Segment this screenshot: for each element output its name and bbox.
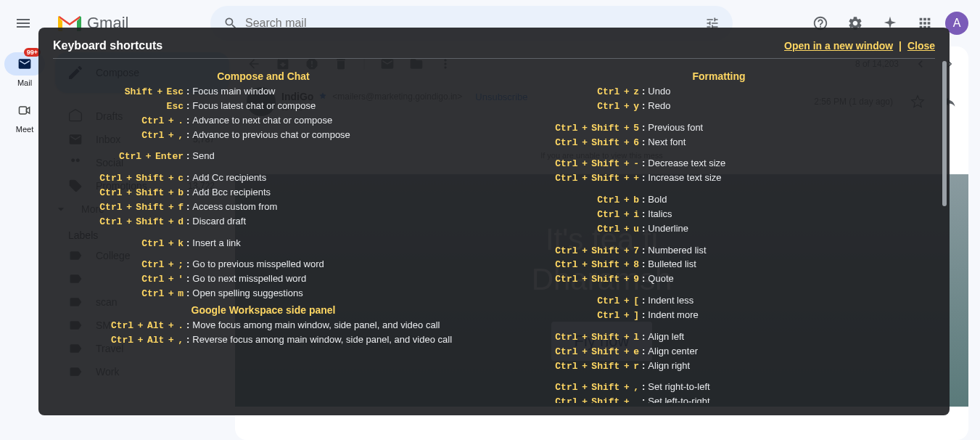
- shortcut-plus: +: [165, 334, 176, 345]
- shortcut-plus: +: [621, 194, 632, 205]
- modal-body: Compose and ChatShift + Esc : Focus main…: [53, 68, 935, 403]
- shortcut-plus: +: [621, 172, 632, 183]
- shortcut-plus: +: [621, 137, 632, 147]
- shortcut-desc: Discard draft: [192, 215, 246, 229]
- shortcut-row: Ctrl + Enter : Send: [53, 150, 474, 164]
- shortcut-plus: +: [621, 309, 632, 320]
- shortcut-key: Ctrl: [141, 274, 164, 285]
- shortcut-gap: [53, 142, 474, 150]
- shortcut-row: Ctrl + b : Bold: [508, 193, 929, 208]
- shortcut-desc: Add Bcc recipients: [192, 186, 271, 200]
- shortcut-key: m: [178, 288, 184, 299]
- shortcut-row: Ctrl + i : Italics: [508, 208, 929, 222]
- shortcut-key: Ctrl: [597, 224, 619, 235]
- shortcut-plus: +: [155, 86, 165, 97]
- shortcut-plus: +: [165, 319, 176, 330]
- shortcut-key: Shift: [591, 382, 619, 393]
- shortcut-key: Ctrl: [555, 274, 577, 285]
- shortcut-gap: [53, 229, 474, 237]
- keyboard-shortcuts-modal: Keyboard shortcuts Open in a new window …: [38, 28, 950, 415]
- open-new-window-link[interactable]: Open in a new window: [784, 40, 893, 52]
- rail-mail-label: Mail: [17, 78, 32, 87]
- shortcut-row: Ctrl + Shift + l : Align left: [508, 330, 929, 345]
- shortcut-key: Shift: [125, 86, 153, 97]
- main-menu-button[interactable]: [6, 6, 41, 41]
- shortcut-gap: [508, 114, 929, 121]
- svg-rect-0: [20, 107, 27, 114]
- shortcut-key: Ctrl: [111, 335, 133, 346]
- shortcut-gap: [508, 186, 929, 193]
- shortcut-key: Ctrl: [555, 123, 577, 134]
- shortcuts-left-column: Compose and ChatShift + Esc : Focus main…: [53, 68, 479, 403]
- shortcut-key: Ctrl: [99, 187, 122, 198]
- shortcut-key: Ctrl: [555, 332, 577, 343]
- mail-icon: [17, 57, 32, 71]
- modal-scrollbar[interactable]: [942, 61, 947, 206]
- modal-links: Open in a new window | Close: [784, 40, 935, 52]
- shortcut-row: Ctrl + Shift + 7 : Numbered list: [508, 244, 929, 258]
- shortcut-plus: +: [135, 334, 146, 345]
- shortcut-plus: +: [165, 115, 176, 126]
- shortcut-desc: Undo: [648, 85, 670, 99]
- shortcut-key: Shift: [591, 396, 619, 403]
- shortcut-plus: +: [124, 201, 135, 212]
- shortcut-plus: +: [580, 360, 590, 371]
- shortcut-key: ]: [633, 310, 639, 321]
- shortcut-section-title: Google Workspace side panel: [53, 304, 474, 316]
- shortcut-plus: +: [580, 396, 590, 403]
- shortcut-desc: Align center: [648, 345, 698, 359]
- shortcut-plus: +: [580, 331, 590, 342]
- shortcut-plus: +: [580, 158, 590, 168]
- shortcut-key: l: [633, 332, 639, 343]
- shortcut-row: Ctrl + ' : Go to next misspelled word: [53, 272, 474, 287]
- shortcuts-right-column: FormattingCtrl + z : UndoCtrl + y : Redo…: [508, 68, 935, 403]
- shortcut-row: Ctrl + y : Redo: [508, 99, 929, 114]
- shortcut-desc: Indent less: [648, 294, 693, 308]
- shortcut-key: d: [178, 216, 184, 227]
- shortcut-plus: +: [621, 158, 632, 168]
- shortcut-plus: +: [621, 245, 632, 256]
- shortcut-key: ;: [178, 259, 184, 270]
- close-link[interactable]: Close: [907, 40, 935, 52]
- shortcut-row: Ctrl + Shift + 9 : Quote: [508, 272, 929, 287]
- shortcut-plus: +: [135, 319, 146, 330]
- shortcut-plus: +: [580, 258, 590, 269]
- shortcut-desc: Advance to next chat or compose: [192, 114, 332, 128]
- shortcut-key: Ctrl: [141, 259, 164, 270]
- shortcut-row: Ctrl + z : Undo: [508, 85, 929, 99]
- shortcut-key: k: [178, 238, 184, 249]
- shortcut-key: Ctrl: [555, 158, 577, 169]
- shortcut-desc: Underline: [648, 222, 688, 236]
- shortcut-row: Ctrl + Shift + 6 : Next font: [508, 136, 929, 150]
- shortcut-row: Ctrl + Shift + e : Align center: [508, 345, 929, 359]
- shortcut-key: 8: [633, 259, 639, 270]
- shortcut-plus: +: [124, 216, 135, 227]
- shortcut-key: Ctrl: [597, 209, 619, 220]
- shortcut-key: ,: [178, 335, 184, 346]
- shortcut-desc: Bulleted list: [648, 258, 696, 272]
- shortcut-key: Ctrl: [597, 195, 619, 205]
- shortcut-key: Ctrl: [141, 288, 164, 299]
- shortcut-row: Ctrl + [ : Indent less: [508, 294, 929, 309]
- shortcut-desc: Bold: [648, 193, 667, 207]
- shortcut-row: Ctrl + Shift + + : Increase text size: [508, 171, 929, 186]
- shortcut-key: Ctrl: [555, 259, 577, 270]
- shortcut-plus: +: [124, 187, 135, 197]
- shortcut-desc: Quote: [648, 272, 673, 286]
- modal-title: Keyboard shortcuts: [53, 39, 162, 52]
- shortcut-key: b: [633, 195, 639, 205]
- shortcut-plus: +: [165, 258, 176, 269]
- shortcut-plus: +: [621, 258, 632, 269]
- shortcut-desc: Go to previous misspelled word: [192, 258, 324, 272]
- shortcut-key: Ctrl: [111, 320, 133, 331]
- shortcut-desc: Add Cc recipients: [192, 171, 266, 185]
- shortcut-row: Ctrl + Shift + . : Set left-to-right: [508, 395, 929, 403]
- shortcut-key: Ctrl: [141, 130, 164, 141]
- shortcut-desc: Align right: [648, 359, 690, 373]
- meet-icon: [17, 103, 32, 118]
- shortcut-key: Ctrl: [597, 310, 619, 321]
- shortcut-gap: [508, 287, 929, 294]
- shortcut-row: Ctrl + Shift + 8 : Bulleted list: [508, 258, 929, 272]
- shortcut-section-title: Formatting: [508, 70, 929, 82]
- shortcut-gap: [508, 373, 929, 380]
